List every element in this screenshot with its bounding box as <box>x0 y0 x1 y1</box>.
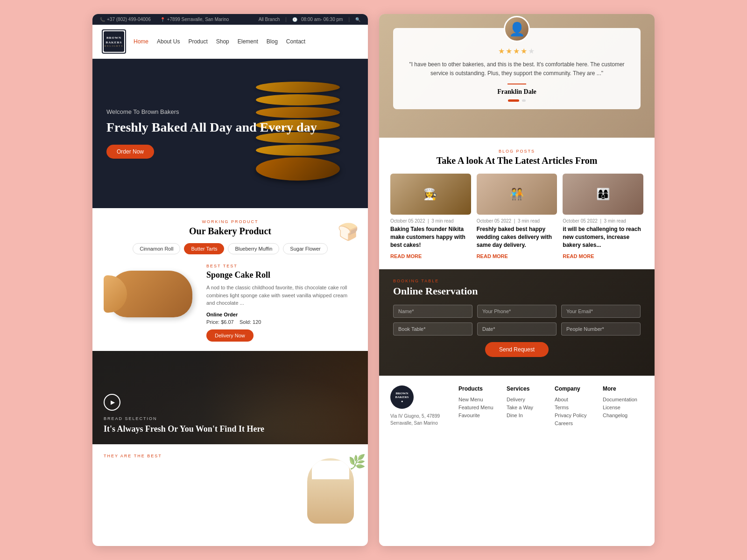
cookie-layer-2 <box>256 94 340 105</box>
footer-item-delivery[interactable]: Delivery <box>507 397 547 402</box>
delivery-now-button[interactable]: Delivery Now <box>206 329 254 342</box>
bread-section: BREAD SELECTION It's Always Fresh Or You… <box>92 351 368 444</box>
nav-about[interactable]: About Us <box>157 38 180 45</box>
date-select[interactable]: Date* <box>477 322 557 336</box>
footer-address: Via IV Giugno, 5, 47899 Serravalle, San … <box>390 413 451 427</box>
sold-value: 120 <box>253 319 261 325</box>
footer-more-list: Documentation License Changelog <box>603 397 643 418</box>
footer-item-careers[interactable]: Careers <box>555 420 595 426</box>
phone-input[interactable] <box>477 305 557 318</box>
nav-blog[interactable]: Blog <box>267 38 278 45</box>
phone-info: +37 (802) 499-04006 <box>100 17 151 22</box>
blog-read-time-2: 3 min read <box>518 218 540 224</box>
review-dot-inactive[interactable] <box>522 99 526 102</box>
reservation-tag: BOOKING TABLE <box>393 279 641 283</box>
phone-icon <box>100 17 105 22</box>
tab-butter-tarts[interactable]: Butter Tarts <box>184 243 224 254</box>
blog-post-1: 👩‍🍳 October 05 2022 | 3 min read Baking … <box>390 174 471 260</box>
cookie-layer-1 <box>256 82 340 93</box>
top-bar: +37 (802) 499-04006 +7899 Serravalle, Sa… <box>92 14 368 25</box>
address-text: +7899 Serravalle, San Marino <box>167 17 229 22</box>
nav-home[interactable]: Home <box>134 38 148 45</box>
footer-col-products: Products New Menu Featured Menu Favourit… <box>458 385 499 428</box>
blog-read-time-1: 3 min read <box>431 218 453 224</box>
review-dot-active[interactable] <box>508 99 519 102</box>
search-icon-topbar[interactable] <box>355 17 360 22</box>
footer-item-privacy[interactable]: Privacy Policy <box>555 413 595 418</box>
hours-text: 08:00 am- 06:30 pm <box>301 17 343 22</box>
name-input[interactable] <box>393 305 472 318</box>
send-request-button[interactable]: Send Request <box>485 342 549 357</box>
blog-post-title-3: it will be challenging to reach new cust… <box>563 225 643 249</box>
email-input[interactable] <box>561 305 641 318</box>
blog-people-1: 👩‍🍳 <box>390 174 471 215</box>
chef-circle <box>307 458 354 524</box>
blog-read-more-1[interactable]: READ MORE <box>390 253 422 259</box>
blog-posts-container: 👩‍🍳 October 05 2022 | 3 min read Baking … <box>390 174 643 260</box>
product-info: BEST TEST Sponge Cake Roll A nod to the … <box>206 264 357 342</box>
cookie-base <box>256 157 340 181</box>
nav-element[interactable]: Element <box>238 38 258 45</box>
price-label: Price: <box>206 319 219 325</box>
review-section: ★★★★★ "I have been to other bakeries, an… <box>379 14 655 138</box>
footer-item-dine-in[interactable]: Dine In <box>507 413 547 418</box>
blog-read-more-2[interactable]: READ MORE <box>477 253 508 259</box>
nav-shop[interactable]: Shop <box>216 38 229 45</box>
online-order-label: Online Order <box>206 312 357 317</box>
price-value: $6.07 <box>221 319 234 325</box>
book-table-select[interactable]: Book Table* <box>393 322 472 336</box>
clock-icon <box>292 17 297 22</box>
footer-col-services: Services Delivery Take a Way Dine In <box>507 385 547 428</box>
tab-sugar-flower[interactable]: Sugar Flower <box>283 243 327 254</box>
footer-grid: BROWNBAKERS● Via IV Giugno, 5, 47899 Ser… <box>390 385 643 428</box>
main-nav: BROWNBAKERS DELIGHTS Home About Us Produ… <box>92 25 368 59</box>
cake-roll-image <box>108 271 192 317</box>
right-panel: ★★★★★ "I have been to other bakeries, an… <box>379 14 655 546</box>
product-tabs: Cinnamon Roll Butter Tarts Blueberry Muf… <box>104 243 357 254</box>
pin-icon <box>160 17 165 22</box>
empty-star: ★ <box>528 47 536 55</box>
best-tag: BEST TEST <box>206 264 357 268</box>
chef-text: THEY ARE THE BEST <box>104 454 162 460</box>
hero-welcome: Welcome To Brown Bakers <box>106 108 317 115</box>
order-now-button[interactable]: Order Now <box>106 145 154 159</box>
footer-col-company: Company About Terms Privacy Policy Caree… <box>555 385 595 428</box>
product-name: Sponge Cake Roll <box>206 270 357 280</box>
footer-item-featured-menu[interactable]: Featured Menu <box>458 405 499 410</box>
nav-product[interactable]: Product <box>188 38 207 45</box>
footer-products-list: New Menu Featured Menu Favourite <box>458 397 499 418</box>
blog-post-image-2: 🧑‍🤝‍🧑 <box>477 174 557 215</box>
play-button[interactable] <box>104 394 120 411</box>
chef-tag: THEY ARE THE BEST <box>104 454 162 458</box>
footer-services-list: Delivery Take a Way Dine In <box>507 397 547 418</box>
blog-post-2: 🧑‍🤝‍🧑 October 05 2022 | 3 min read Fresh… <box>477 174 557 260</box>
footer-item-documentation[interactable]: Documentation <box>603 397 643 402</box>
product-desc: A nod to the classic childhood favorite,… <box>206 284 357 307</box>
blog-read-more-3[interactable]: READ MORE <box>563 253 594 259</box>
blog-people-3: 👩‍👩‍👦 <box>563 174 643 215</box>
tab-cinnamon-roll[interactable]: Cinnamon Roll <box>133 243 180 254</box>
footer-item-changelog[interactable]: Changelog <box>603 413 643 418</box>
footer-item-about[interactable]: About <box>555 397 595 402</box>
blog-post-title-1: Baking Tales founder Nikita make custome… <box>390 225 471 249</box>
footer-item-new-menu[interactable]: New Menu <box>458 397 499 402</box>
footer-item-take-a-way[interactable]: Take a Way <box>507 405 547 410</box>
footer-item-license[interactable]: License <box>603 405 643 410</box>
footer-item-terms[interactable]: Terms <box>555 405 595 410</box>
people-select[interactable]: People Number* <box>561 322 641 336</box>
bread-title: It's Always Fresh Or You Won't Find It H… <box>104 424 264 434</box>
phone-number: +37 (802) 499-04006 <box>107 17 151 22</box>
hero-headline: Freshly Baked All Day and Every day <box>106 119 317 135</box>
blog-meta-3: October 05 2022 | 3 min read <box>563 218 643 224</box>
footer-col-title-more: More <box>603 385 643 392</box>
product-title: Our Bakery Product <box>104 226 357 237</box>
footer-item-favourite[interactable]: Favourite <box>458 413 499 418</box>
review-card: ★★★★★ "I have been to other bakeries, an… <box>393 28 641 109</box>
review-dots <box>404 99 629 102</box>
blog-post-image-3: 👩‍👩‍👦 <box>563 174 643 215</box>
star-rating: ★★★★★ <box>404 47 629 56</box>
nav-contact[interactable]: Contact <box>286 38 305 45</box>
logo-text: BROWNBAKERS <box>106 36 122 44</box>
tab-blueberry-muffin[interactable]: Blueberry Muffin <box>228 243 279 254</box>
logo[interactable]: BROWNBAKERS DELIGHTS <box>102 29 126 54</box>
